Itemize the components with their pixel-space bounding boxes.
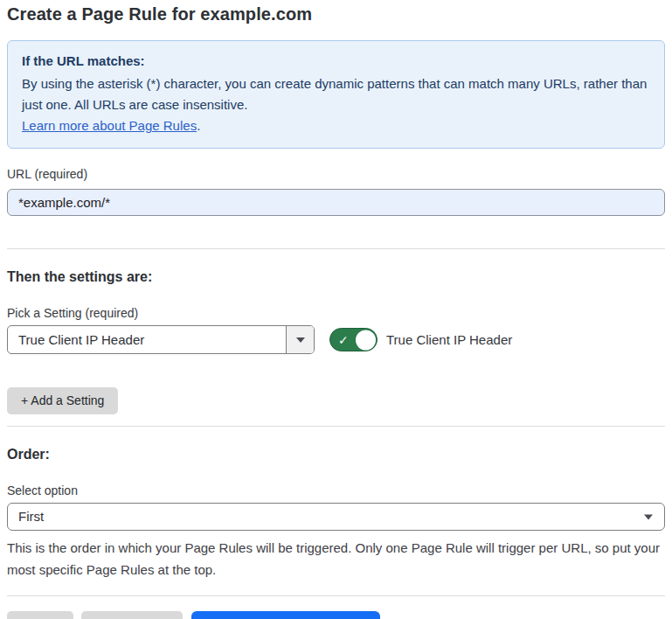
order-select-value: First — [8, 504, 664, 530]
settings-section-heading: Then the settings are: — [7, 269, 665, 285]
learn-more-link[interactable]: Learn more about Page Rules — [22, 118, 197, 133]
select-option-label: Select option — [7, 483, 665, 497]
toggle-knob — [356, 330, 376, 350]
add-setting-button[interactable]: + Add a Setting — [7, 387, 118, 414]
create-page-rule-form: Create a Page Rule for example.com If th… — [0, 0, 672, 619]
chevron-down-icon — [644, 515, 653, 520]
order-select[interactable]: First — [7, 503, 665, 531]
setting-select[interactable]: True Client IP Header — [7, 325, 315, 354]
page-title: Create a Page Rule for example.com — [7, 4, 665, 24]
url-input[interactable] — [7, 189, 665, 216]
order-section-heading: Order: — [7, 447, 665, 463]
footer-actions: Cancel Save as Draft Save and Deploy Pag… — [7, 611, 665, 619]
url-field-label: URL (required) — [7, 167, 665, 181]
divider — [7, 248, 665, 249]
divider — [7, 426, 665, 427]
setting-row: True Client IP Header ✓ True Client IP H… — [7, 325, 665, 354]
toggle-label: True Client IP Header — [386, 332, 512, 347]
true-client-ip-toggle[interactable]: ✓ — [329, 328, 378, 351]
order-help-text: This is the order in which your Page Rul… — [7, 537, 665, 581]
checkmark-icon: ✓ — [338, 333, 349, 345]
save-and-deploy-button[interactable]: Save and Deploy Page Rule — [191, 611, 380, 619]
divider — [7, 595, 665, 596]
setting-select-arrow-button[interactable] — [286, 326, 314, 353]
save-as-draft-button[interactable]: Save as Draft — [81, 611, 184, 619]
link-suffix: . — [197, 118, 200, 133]
info-box-heading: If the URL matches: — [22, 51, 650, 72]
setting-select-value: True Client IP Header — [8, 326, 286, 353]
chevron-down-icon — [296, 337, 305, 343]
info-box-body-text: By using the asterisk (*) character, you… — [22, 76, 647, 112]
url-match-info-box: If the URL matches: By using the asteris… — [7, 40, 665, 149]
info-box-body: By using the asterisk (*) character, you… — [22, 73, 650, 136]
pick-setting-label: Pick a Setting (required) — [7, 306, 665, 320]
cancel-button[interactable]: Cancel — [7, 611, 73, 619]
